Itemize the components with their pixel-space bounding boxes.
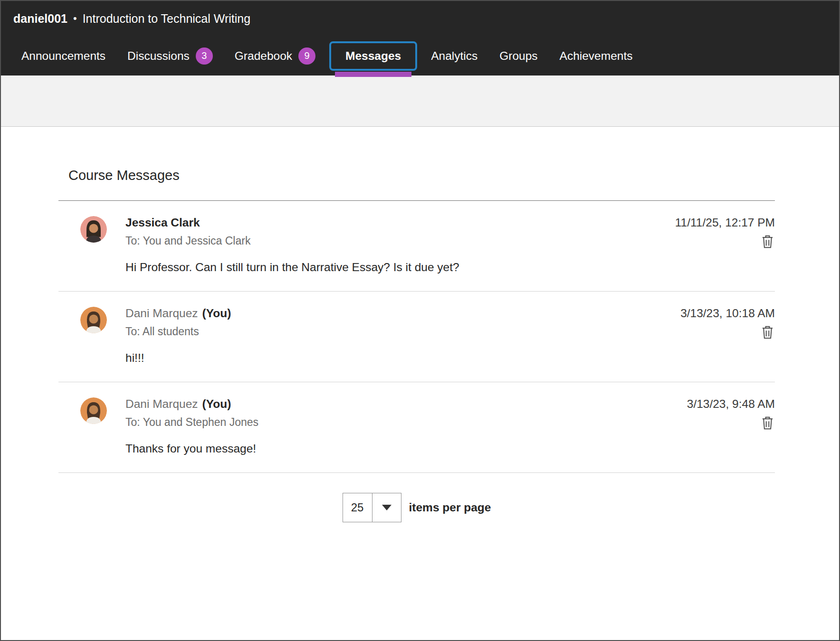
recipients-line: To: You and Stephen Jones	[125, 416, 687, 429]
message-meta: 3/13/23, 10:18 AM	[680, 306, 775, 365]
sender-line: Jessica Clark	[125, 216, 675, 229]
tab-discussions[interactable]: Discussions 3	[116, 40, 224, 72]
sender-you-label: (You)	[202, 397, 231, 411]
discussions-count-badge: 3	[196, 47, 213, 65]
recipients-line: To: All students	[125, 325, 680, 338]
tab-announcements-label: Announcements	[21, 49, 105, 63]
sender-line: Dani Marquez (You)	[125, 307, 680, 320]
tab-analytics-label: Analytics	[431, 49, 477, 63]
avatar-column	[58, 396, 125, 455]
sender-you-label: (You)	[202, 307, 231, 320]
avatar	[80, 216, 107, 243]
avatar-image	[80, 216, 107, 243]
items-per-page-select[interactable]: 25	[343, 493, 401, 522]
course-title: Introduction to Technical Writing	[83, 12, 250, 26]
timestamp: 3/13/23, 9:48 AM	[687, 397, 775, 411]
subheader-strip	[1, 75, 839, 127]
sender-name[interactable]: Dani Marquez	[125, 307, 198, 320]
message-row[interactable]: Dani Marquez (You) To: You and Stephen J…	[58, 382, 775, 473]
sender-name[interactable]: Dani Marquez	[125, 397, 198, 411]
avatar-column	[58, 215, 125, 274]
pagination: 25 items per page	[58, 493, 775, 522]
trash-icon	[761, 325, 774, 339]
page-title: Course Messages	[68, 168, 775, 183]
tab-achievements[interactable]: Achievements	[549, 42, 644, 70]
sender-name[interactable]: Jessica Clark	[125, 216, 200, 229]
message-main: Dani Marquez (You) To: You and Stephen J…	[125, 396, 687, 455]
tab-groups[interactable]: Groups	[488, 42, 548, 70]
message-main: Dani Marquez (You) To: All students hi!!…	[125, 306, 680, 365]
tab-announcements[interactable]: Announcements	[10, 42, 116, 70]
tab-analytics[interactable]: Analytics	[420, 42, 488, 70]
tab-messages[interactable]: Messages	[329, 41, 417, 71]
message-body: hi!!!	[125, 351, 680, 365]
avatar	[80, 307, 107, 333]
chevron-down-icon	[382, 505, 391, 510]
delete-message-button[interactable]	[760, 234, 775, 251]
trash-icon	[761, 235, 774, 248]
avatar-column	[58, 306, 125, 365]
tab-gradebook-label: Gradebook	[235, 49, 292, 63]
tab-messages-label: Messages	[345, 49, 401, 63]
main-content: Course Messages Jessica Clark	[1, 168, 839, 522]
message-meta: 11/11/25, 12:17 PM	[675, 215, 775, 274]
title-separator: •	[73, 12, 77, 25]
trash-icon	[761, 416, 774, 430]
timestamp: 3/13/23, 10:18 AM	[680, 307, 775, 320]
course-messages-page: daniel001 • Introduction to Technical Wr…	[0, 0, 840, 641]
avatar-image	[80, 307, 107, 333]
items-per-page-label: items per page	[409, 501, 491, 514]
timestamp: 11/11/25, 12:17 PM	[675, 216, 775, 229]
sender-line: Dani Marquez (You)	[125, 397, 687, 411]
avatar	[80, 397, 107, 424]
delete-message-button[interactable]	[760, 415, 775, 432]
message-main: Jessica Clark To: You and Jessica Clark …	[125, 215, 675, 274]
delete-message-button[interactable]	[760, 324, 775, 341]
tab-groups-label: Groups	[499, 49, 537, 63]
recipients-line: To: You and Jessica Clark	[125, 235, 675, 247]
topbar: daniel001 • Introduction to Technical Wr…	[1, 1, 839, 36]
message-row[interactable]: Dani Marquez (You) To: All students hi!!…	[58, 292, 775, 382]
items-per-page-value: 25	[343, 493, 372, 522]
message-row[interactable]: Jessica Clark To: You and Jessica Clark …	[58, 201, 775, 292]
dropdown-caret-box	[372, 493, 401, 522]
message-body: Thanks for you message!	[125, 442, 687, 455]
tab-gradebook[interactable]: Gradebook 9	[224, 40, 326, 72]
gradebook-count-badge: 9	[298, 47, 315, 65]
username: daniel001	[13, 12, 67, 26]
course-nav: Announcements Discussions 3 Gradebook 9 …	[1, 36, 839, 75]
avatar-image	[80, 397, 107, 424]
tab-discussions-label: Discussions	[127, 49, 190, 63]
message-body: Hi Professor. Can I still turn in the Na…	[125, 261, 675, 274]
tab-achievements-label: Achievements	[560, 49, 633, 63]
message-meta: 3/13/23, 9:48 AM	[687, 396, 775, 455]
